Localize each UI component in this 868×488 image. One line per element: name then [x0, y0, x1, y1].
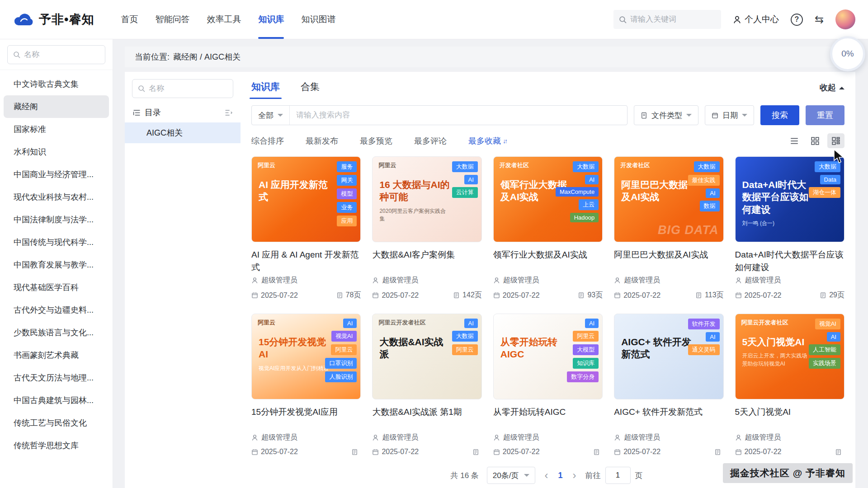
- calendar-icon: [614, 292, 621, 299]
- total-count: 共 16 条: [450, 470, 478, 481]
- sidebar-item[interactable]: 现代基础医学百科: [0, 276, 113, 299]
- sidebar-item[interactable]: 传统工艺与民俗文化: [0, 412, 113, 434]
- cover-subtitle: 刘一鸣 (合一): [742, 220, 812, 227]
- sidebar-item[interactable]: 藏经阁: [4, 95, 109, 118]
- sidebar-item[interactable]: 中国法律制度与法学...: [0, 208, 113, 231]
- card-title[interactable]: 领军行业大数据及AI实战: [493, 249, 603, 273]
- knowledge-card[interactable]: 阿里云开发者社区 5天入门视觉AI 开启云上开发，两大实践场景助你玩转视觉AI …: [735, 314, 844, 456]
- sort-option[interactable]: 最多预览: [360, 136, 394, 146]
- search-button[interactable]: 搜索: [760, 105, 799, 125]
- sidebar-item[interactable]: 中国传统与现代科学...: [0, 231, 113, 253]
- prev-page-button[interactable]: ‹: [543, 470, 549, 481]
- sidebar-item[interactable]: 传统哲学思想文库: [0, 434, 113, 457]
- page-size-select[interactable]: 20条/页: [487, 467, 536, 484]
- sort-option[interactable]: 最新发布: [306, 136, 340, 146]
- user-center-link[interactable]: 个人中心: [733, 14, 779, 25]
- card-date-cell: 2025-07-22: [251, 448, 298, 456]
- card-date: 2025-07-22: [503, 448, 540, 456]
- cover-subtitle: 2020阿里云客户案例实践合集: [379, 207, 449, 223]
- sidebar-item[interactable]: 中文诗歌古典文集: [0, 73, 113, 95]
- collapse-toggle[interactable]: 收起: [820, 82, 844, 99]
- tag-badge: 人工智能: [809, 344, 840, 355]
- sidebar-item-label: 传统工艺与民俗文化: [14, 418, 87, 428]
- scope-select[interactable]: 全部: [252, 106, 290, 125]
- knowledge-card[interactable]: 阿里云 16 大数据与AI的种可能 2020阿里云客户案例实践合集 大数据: [372, 156, 481, 300]
- knowledge-card[interactable]: AIGC+ 软件开发新范式 软件开发 AI: [614, 314, 723, 456]
- sort-option[interactable]: 综合排序: [251, 136, 286, 146]
- sidebar-item[interactable]: 中国商业与经济管理...: [0, 163, 113, 186]
- nav-home[interactable]: 首页: [112, 0, 146, 39]
- knowledge-card[interactable]: 开发者社区 阿里巴巴大数据及AI实战 BIG DATA 大数据: [614, 156, 723, 300]
- reset-button[interactable]: 重置: [806, 105, 844, 125]
- tree-icon[interactable]: [133, 109, 141, 117]
- knowledge-card[interactable]: Data+AI时代大数据平台应该如何建设 刘一鸣 (合一) 大数据 Data: [735, 156, 844, 300]
- collapse-all-icon[interactable]: [225, 109, 232, 117]
- sidebar-search[interactable]: [7, 45, 105, 64]
- file-type-select[interactable]: 文件类型: [634, 105, 698, 125]
- sidebar-item[interactable]: 古代外交与边疆史料...: [0, 299, 113, 321]
- card-title[interactable]: 大数据&AI客户案例集: [372, 249, 481, 273]
- nav-smart-qa[interactable]: 智能问答: [146, 0, 198, 39]
- chevron-down-icon: [686, 114, 692, 119]
- sort-option-label: 最多收藏: [468, 136, 501, 146]
- knowledge-card[interactable]: 阿里云开发者社区 大数据&AI实战派 AI: [372, 314, 481, 456]
- card-title[interactable]: 阿里巴巴大数据及AI实战: [614, 249, 723, 273]
- help-icon[interactable]: ?: [791, 14, 803, 26]
- sidebar-item[interactable]: 水利知识: [0, 141, 113, 163]
- nav-efficiency-tools[interactable]: 效率工具: [198, 0, 250, 39]
- breadcrumb-path[interactable]: 藏经阁 / AIGC相关: [173, 52, 241, 62]
- card-title[interactable]: 大数据&AI实战派 第1期: [372, 406, 481, 431]
- content-panel: 目录 AIGC相关 知识库: [125, 72, 855, 488]
- global-search[interactable]: [613, 10, 721, 29]
- upload-progress-badge[interactable]: 0%: [830, 36, 865, 71]
- directory-search[interactable]: [132, 79, 233, 98]
- global-search-input[interactable]: [630, 15, 716, 24]
- card-title[interactable]: AI 应用 & AI Agent 开发新范式: [251, 249, 361, 273]
- card-date-cell: 2025-07-22: [372, 291, 419, 300]
- tag-badge: 大数据: [573, 161, 599, 172]
- tag-badge: MaxCompute: [556, 187, 599, 197]
- card-title[interactable]: 15分钟开发视觉AI应用: [251, 406, 361, 431]
- cover-title: AIGC+ 软件开发新范式: [621, 336, 691, 361]
- current-page[interactable]: 1: [557, 471, 563, 480]
- next-page-button[interactable]: ›: [572, 470, 577, 481]
- goto-page-input[interactable]: [605, 467, 631, 484]
- sidebar-item[interactable]: 中国古典建筑与园林...: [0, 389, 113, 412]
- directory-item[interactable]: AIGC相关: [125, 122, 241, 143]
- sidebar-item[interactable]: 国家标准: [0, 118, 113, 141]
- sidebar-search-input[interactable]: [24, 50, 99, 59]
- knowledge-card[interactable]: 阿里云 AI 应用开发新范式 服务 网关: [251, 156, 361, 300]
- knowledge-card[interactable]: 开发者社区 领军行业大数据及AI实战 大数据: [493, 156, 603, 300]
- knowledge-card[interactable]: 从零开始玩转AIGC AI 阿里云: [493, 314, 603, 456]
- card-date-cell: 2025-07-22: [493, 448, 540, 456]
- date-select[interactable]: 日期: [705, 105, 754, 125]
- content-search-input[interactable]: [290, 111, 627, 120]
- card-title[interactable]: AIGC+ 软件开发新范式: [614, 406, 723, 431]
- calendar-icon: [251, 449, 258, 455]
- tab-collection[interactable]: 合集: [301, 80, 320, 99]
- sidebar-item[interactable]: 中国教育发展与教学...: [0, 253, 113, 276]
- list-view-button[interactable]: [786, 133, 803, 148]
- tag-badge: 应用: [337, 216, 357, 226]
- nav-knowledge-base[interactable]: 知识库: [250, 0, 292, 39]
- person-icon: [735, 434, 742, 441]
- card-title[interactable]: 5天入门视觉AI: [735, 406, 844, 431]
- sidebar-item[interactable]: 古代天文历法与地理...: [0, 366, 113, 389]
- sidebar-item[interactable]: 现代农业科技与农村...: [0, 186, 113, 208]
- card-author: 超级管理员: [745, 276, 781, 285]
- sidebar-item[interactable]: 书画篆刻艺术典藏: [0, 344, 113, 366]
- app-logo[interactable]: 予非•睿知: [13, 11, 94, 28]
- grid-view-button[interactable]: [807, 133, 824, 148]
- tab-knowledge-base[interactable]: 知识库: [251, 80, 280, 99]
- knowledge-card[interactable]: 阿里云 15分钟开发视觉AI 视觉AI应用开发从入门到精通 AI: [251, 314, 361, 456]
- sidebar-item[interactable]: 少数民族语言与文化...: [0, 321, 113, 344]
- avatar[interactable]: [835, 9, 855, 29]
- sort-option[interactable]: 最多评论: [414, 136, 448, 146]
- card-view-button[interactable]: [827, 133, 844, 148]
- switch-icon[interactable]: ⇆: [815, 14, 824, 25]
- directory-search-input[interactable]: [149, 84, 227, 93]
- nav-knowledge-graph[interactable]: 知识图谱: [292, 0, 344, 39]
- sort-option[interactable]: 最多收藏 ↓↑: [468, 136, 506, 146]
- card-title[interactable]: Data+AI时代大数据平台应该如何建设: [735, 249, 844, 273]
- card-title[interactable]: 从零开始玩转AIGC: [493, 406, 603, 431]
